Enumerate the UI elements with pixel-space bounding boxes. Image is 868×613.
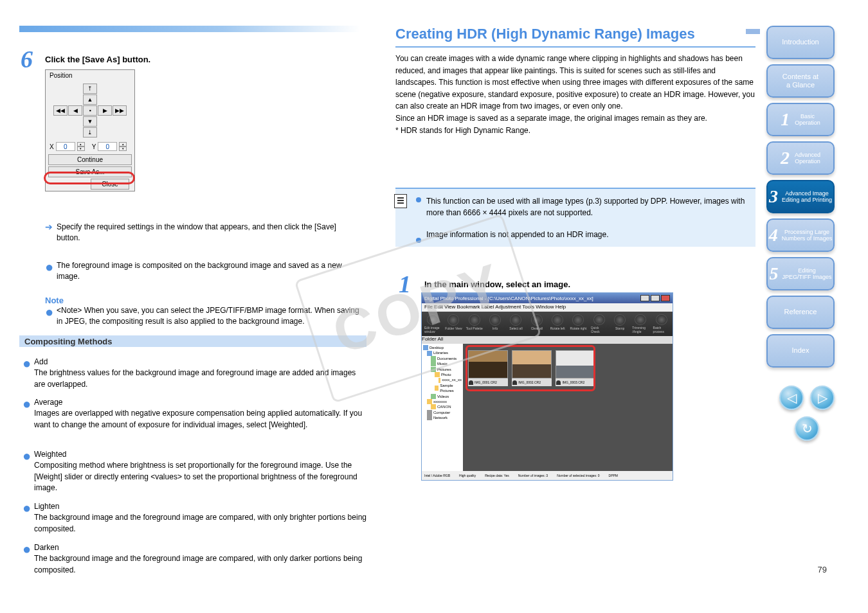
method-lighten: LightenThe background image and the fore… xyxy=(34,501,368,535)
method-average: AverageImages are overlapped with negati… xyxy=(34,397,368,431)
page-number: 79 xyxy=(818,565,827,574)
return-button[interactable]: ↻ xyxy=(795,416,819,441)
info-text-1: This function can be used with all image… xyxy=(426,195,748,218)
tab-label: Index xyxy=(792,346,809,355)
section-title: Compositing Methods xyxy=(19,335,366,347)
minimize-icon[interactable] xyxy=(640,295,649,301)
tab-label: Contents at a Glance xyxy=(782,73,818,89)
tool-rotate-left[interactable]: Rotate left xyxy=(549,314,566,333)
tab-index[interactable]: Index xyxy=(766,334,835,368)
btn-center[interactable]: ▪ xyxy=(83,105,97,116)
header-rule xyxy=(19,26,360,32)
folder-tree[interactable]: Desktop Libraries Documents Music Pictur… xyxy=(422,344,463,471)
tool-edit-window[interactable]: Edit image window xyxy=(424,314,441,333)
tab-reference[interactable]: Reference xyxy=(766,296,835,329)
x-spinner[interactable]: ▴▾ xyxy=(77,142,85,151)
bullet-icon: ● xyxy=(45,310,53,315)
btn-right-fast[interactable]: ▶▶ xyxy=(113,105,127,116)
method-weighted: WeightedCompositing method where brightn… xyxy=(34,449,368,494)
tab-label: Reference xyxy=(784,308,817,316)
btn-left-fast[interactable]: ◀◀ xyxy=(53,105,68,116)
toolbar: Edit image window Folder View Tool Palet… xyxy=(422,312,673,336)
selection-highlight xyxy=(466,345,595,391)
status-bar: Intel / Adobe RGB High quality Recipe da… xyxy=(422,471,673,480)
position-panel: Position ⤒ ▲ ◀◀ ◀ ▪ ▶ ▶▶ ▼ ⤓ X ▴▾ Y ▴▾ C… xyxy=(45,69,135,191)
step-number-right: 1 xyxy=(399,270,411,298)
btn-right[interactable]: ▶ xyxy=(98,105,112,116)
tool-batch[interactable]: Batch process xyxy=(653,314,670,333)
bullet-icon: ● xyxy=(23,402,31,407)
continue-button[interactable]: Continue xyxy=(48,154,132,165)
panel-title: Position xyxy=(46,70,134,81)
maximize-icon[interactable] xyxy=(651,295,660,301)
right-intro: You can create images with a wide dynami… xyxy=(395,53,755,136)
btn-down[interactable]: ▼ xyxy=(83,116,97,127)
step-instruction-left: Click the [Save As] button. xyxy=(45,55,321,64)
close-button[interactable]: Close xyxy=(91,179,129,190)
bullet-icon: ● xyxy=(45,265,53,270)
step-instruction-right: In the main window, select an image. xyxy=(424,280,752,289)
main-window-screenshot: Digital Photo Professional - [C:\Users\C… xyxy=(421,292,673,481)
bullet-text-1: The foreground image is composited on th… xyxy=(57,260,365,283)
bullet-icon: ● xyxy=(23,454,31,459)
heading-rule xyxy=(395,46,755,48)
bullet-icon xyxy=(416,238,421,243)
y-label: Y xyxy=(92,143,96,150)
result-text: Specify the required settings in the win… xyxy=(57,222,359,244)
tool-rotate-right[interactable]: Rotate right xyxy=(570,314,586,333)
tool-trim[interactable]: Trimming /Angle xyxy=(632,314,649,333)
btn-up-fast[interactable]: ⤒ xyxy=(83,84,97,94)
y-spinner[interactable]: ▴▾ xyxy=(119,142,127,151)
window-controls xyxy=(640,295,670,301)
step-number-left: 6 xyxy=(21,45,33,73)
bullet-icon: ● xyxy=(23,362,31,366)
next-page-button[interactable]: ▷ xyxy=(810,386,835,410)
method-darken: DarkenThe background image and the foreg… xyxy=(34,542,368,576)
tool-clear-all[interactable]: Clear all xyxy=(529,314,545,333)
method-add: AddThe brightness values for the backgro… xyxy=(34,357,368,390)
note-icon xyxy=(394,194,407,208)
info-box: This function can be used with all image… xyxy=(395,189,755,247)
btn-down-fast[interactable]: ⤓ xyxy=(83,127,97,138)
tab-introduction[interactable]: Introduction xyxy=(766,26,835,59)
tab-2-advanced[interactable]: 2Advanced Operation xyxy=(766,141,835,175)
right-heading: Creating HDR (High Dynamic Range) Images xyxy=(395,26,695,42)
tool-palette[interactable]: Tool Palette xyxy=(466,314,483,333)
tab-3-advanced-editing[interactable]: 3Advanced Image Editing and Printing xyxy=(766,180,835,213)
tab-1-basic[interactable]: 1Basic Operation xyxy=(766,103,835,136)
x-input[interactable] xyxy=(56,142,75,151)
prev-page-button[interactable]: ◁ xyxy=(779,386,804,410)
tab-4-large-numbers[interactable]: 4Processing Large Numbers of Images xyxy=(766,218,835,252)
bullet-icon: ● xyxy=(23,506,31,511)
header-mark xyxy=(746,29,760,34)
window-title: Digital Photo Professional - [C:\Users\C… xyxy=(424,296,593,301)
close-icon[interactable] xyxy=(661,295,670,301)
tool-select-all[interactable]: Select all xyxy=(507,314,524,333)
tool-info[interactable]: Info xyxy=(487,314,503,333)
tab-label: Introduction xyxy=(782,38,818,46)
note-label: Note xyxy=(45,296,64,305)
btn-left[interactable]: ◀ xyxy=(68,105,82,116)
position-grid: ⤒ ▲ ◀◀ ◀ ▪ ▶ ▶▶ ▼ ⤓ xyxy=(46,81,134,140)
saveas-button[interactable]: Save As... xyxy=(48,166,132,177)
btn-up[interactable]: ▲ xyxy=(83,94,97,105)
y-input[interactable] xyxy=(98,142,117,151)
tool-quick-check[interactable]: Quick Check xyxy=(591,314,608,333)
tab-contents[interactable]: Contents at a Glance xyxy=(766,64,835,98)
thumbnail-area[interactable]: IMG_0001.CR2 IMG_0002.CR2 IMG_0003.CR2 xyxy=(463,344,673,471)
result-arrow-icon: ➔ xyxy=(45,222,53,232)
bullet-icon: ● xyxy=(23,547,31,552)
window-titlebar: Digital Photo Professional - [C:\Users\C… xyxy=(422,293,673,303)
tab-5-editing-jpeg[interactable]: 5Editing JPEG/TIFF Images xyxy=(766,257,835,290)
bullet-text-2: <Note> When you save, you can select the… xyxy=(57,305,365,328)
tool-folder-view[interactable]: Folder View xyxy=(445,314,462,333)
bullet-icon xyxy=(416,197,421,202)
info-text-2: Image information is not appended to an … xyxy=(426,229,748,240)
sub-toolbar: Folder All xyxy=(422,336,673,344)
tool-stamp[interactable]: Stamp xyxy=(611,314,628,333)
x-label: X xyxy=(50,143,54,150)
menu-bar[interactable]: File Edit View Bookmark Label Adjustment… xyxy=(422,303,673,312)
